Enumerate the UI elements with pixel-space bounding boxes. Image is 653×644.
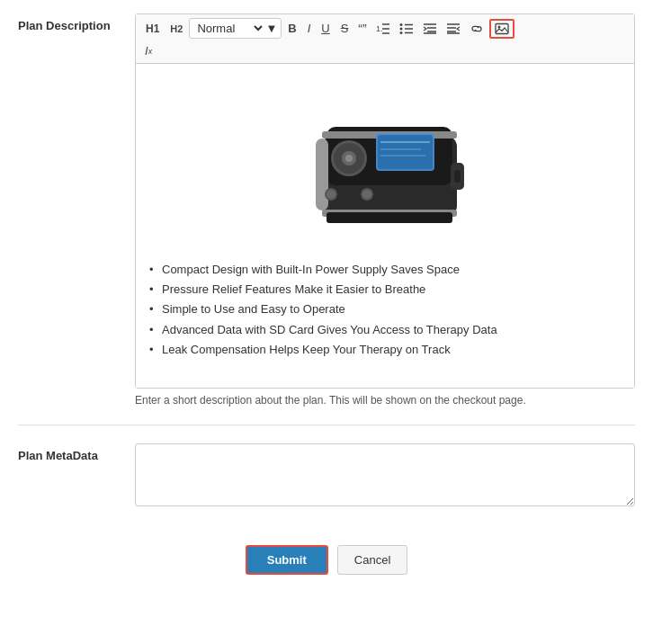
toolbar-row1: H1 H2 Normal Heading 1 Heading 2 Heading… bbox=[141, 18, 629, 39]
strikethrough-button[interactable]: S bbox=[336, 19, 353, 38]
svg-point-4 bbox=[399, 23, 402, 26]
link-button[interactable] bbox=[466, 21, 488, 37]
plan-description-row: Plan Description H1 H2 Normal Heading 1 … bbox=[18, 13, 635, 425]
hint-text-content: Enter a short description about the plan… bbox=[135, 394, 526, 407]
cancel-button[interactable]: Cancel bbox=[337, 545, 407, 575]
svg-rect-18 bbox=[496, 23, 508, 33]
plan-metadata-field bbox=[135, 443, 635, 509]
image-button[interactable] bbox=[489, 19, 514, 39]
svg-rect-39 bbox=[454, 170, 461, 183]
clear-format-button[interactable]: Ix bbox=[141, 42, 156, 59]
svg-point-5 bbox=[399, 27, 402, 30]
svg-text:1.: 1. bbox=[376, 24, 383, 33]
submit-button[interactable]: Submit bbox=[246, 545, 328, 575]
metadata-textarea[interactable] bbox=[135, 443, 635, 506]
blockquote-button[interactable]: “” bbox=[354, 20, 370, 38]
format-select-wrap[interactable]: Normal Heading 1 Heading 2 Heading 3 ▼ bbox=[189, 18, 282, 39]
plan-metadata-label: Plan MetaData bbox=[18, 443, 135, 464]
svg-point-37 bbox=[362, 190, 371, 199]
svg-rect-40 bbox=[326, 212, 452, 223]
underline-button[interactable]: U bbox=[317, 19, 334, 38]
list-item: Advanced Data with SD Card Gives You Acc… bbox=[149, 320, 621, 340]
list-item: Compact Design with Built-In Power Suppl… bbox=[149, 260, 621, 280]
svg-point-33 bbox=[345, 155, 353, 162]
toolbar-row2: Ix bbox=[141, 40, 629, 59]
unordered-list-button[interactable] bbox=[396, 21, 417, 37]
indent-right-button[interactable] bbox=[443, 21, 464, 37]
svg-rect-26 bbox=[378, 135, 433, 169]
rich-text-editor: H1 H2 Normal Heading 1 Heading 2 Heading… bbox=[135, 13, 635, 389]
italic-button[interactable]: I bbox=[303, 19, 316, 38]
plan-metadata-row: Plan MetaData bbox=[18, 443, 635, 527]
heading1-button[interactable]: H1 bbox=[141, 20, 164, 38]
svg-rect-24 bbox=[316, 139, 328, 210]
svg-point-35 bbox=[326, 190, 335, 199]
list-item: Simple to Use and Easy to Operate bbox=[149, 300, 621, 319]
heading2-button[interactable]: H2 bbox=[165, 21, 187, 37]
indent-left-button[interactable] bbox=[419, 21, 441, 37]
format-select[interactable]: Normal Heading 1 Heading 2 Heading 3 bbox=[193, 21, 265, 36]
list-item: Leak Compensation Helps Keep Your Therap… bbox=[149, 340, 621, 360]
form-buttons: Submit Cancel bbox=[18, 545, 635, 575]
svg-point-19 bbox=[497, 25, 500, 28]
editor-content[interactable]: Compact Design with Built-In Power Suppl… bbox=[136, 64, 634, 388]
cpap-machine-image bbox=[300, 77, 470, 244]
chevron-down-icon: ▼ bbox=[265, 22, 277, 35]
plan-description-field: H1 H2 Normal Heading 1 Heading 2 Heading… bbox=[135, 13, 635, 407]
svg-point-6 bbox=[399, 31, 402, 34]
ordered-list-button[interactable]: 1. bbox=[372, 21, 394, 37]
plan-description-label: Plan Description bbox=[18, 13, 135, 34]
bold-button[interactable]: B bbox=[283, 19, 300, 38]
list-item: Pressure Relief Features Make it Easier … bbox=[149, 280, 621, 300]
hint-text: Enter a short description about the plan… bbox=[135, 394, 635, 407]
bullet-list: Compact Design with Built-In Power Suppl… bbox=[149, 260, 621, 360]
editor-toolbar: H1 H2 Normal Heading 1 Heading 2 Heading… bbox=[136, 14, 634, 64]
